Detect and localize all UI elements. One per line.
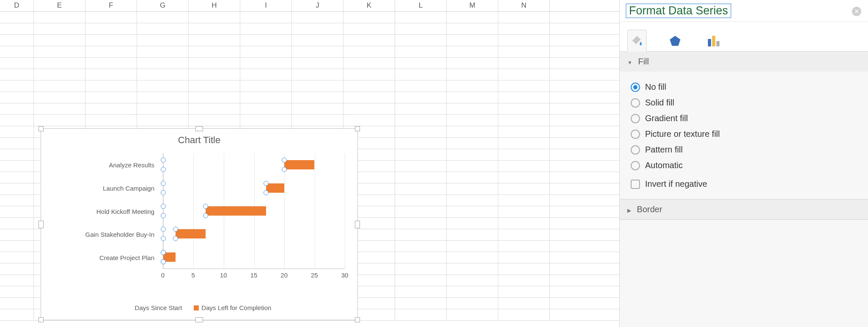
cell[interactable] <box>498 252 550 263</box>
cell[interactable] <box>343 12 395 23</box>
cell[interactable] <box>0 80 34 91</box>
cell[interactable] <box>137 115 189 126</box>
cell[interactable] <box>34 69 85 80</box>
cell[interactable] <box>189 23 240 34</box>
column-header-L[interactable]: L <box>395 0 447 11</box>
cell[interactable] <box>447 161 498 172</box>
cell[interactable] <box>85 103 137 114</box>
fill-option-gradient-fill[interactable]: Gradient fill <box>631 111 857 126</box>
resize-handle-bm[interactable] <box>195 317 203 322</box>
column-header-E[interactable]: E <box>34 0 85 11</box>
cell[interactable] <box>395 218 447 229</box>
cell[interactable] <box>85 80 137 91</box>
resize-handle-tm[interactable] <box>195 126 203 131</box>
series-selection-handle[interactable] <box>282 158 287 163</box>
cell[interactable] <box>34 23 85 34</box>
cell[interactable] <box>395 298 447 309</box>
bar-days-left[interactable] <box>284 160 314 169</box>
cell[interactable] <box>498 35 550 46</box>
cell[interactable] <box>85 35 137 46</box>
tab-effects[interactable] <box>665 30 685 52</box>
cell[interactable] <box>498 286 550 297</box>
cell[interactable] <box>0 103 34 114</box>
series-selection-handle[interactable] <box>173 227 178 232</box>
tab-fill-and-line[interactable] <box>627 30 647 52</box>
fill-option-solid-fill[interactable]: Solid fill <box>631 95 857 111</box>
column-header-H[interactable]: H <box>189 0 240 11</box>
cell[interactable] <box>395 92 447 103</box>
cell[interactable] <box>0 115 34 126</box>
tab-series-options[interactable] <box>703 30 723 52</box>
cell[interactable] <box>240 115 292 126</box>
cell[interactable] <box>34 115 85 126</box>
cell[interactable] <box>447 263 498 274</box>
series-selection-handle[interactable] <box>282 167 287 172</box>
cell[interactable] <box>34 92 85 103</box>
cell[interactable] <box>0 309 34 320</box>
cell[interactable] <box>395 138 447 149</box>
cell[interactable] <box>0 149 34 160</box>
cell[interactable] <box>498 218 550 229</box>
invert-if-negative[interactable]: Invert if negative <box>631 173 857 189</box>
cell[interactable] <box>395 309 447 320</box>
cell[interactable] <box>0 241 34 252</box>
cell[interactable] <box>498 12 550 23</box>
cell[interactable] <box>343 115 395 126</box>
cell[interactable] <box>395 195 447 206</box>
series-selection-handle[interactable] <box>203 204 208 209</box>
cell[interactable] <box>85 92 137 103</box>
cell[interactable] <box>292 23 343 34</box>
bar-days-left[interactable] <box>266 183 284 193</box>
cell[interactable] <box>0 252 34 263</box>
resize-handle-tl[interactable] <box>38 126 44 131</box>
cell[interactable] <box>189 103 240 114</box>
cell[interactable] <box>137 103 189 114</box>
section-border-header[interactable]: ▶ Border <box>620 200 868 219</box>
cell[interactable] <box>240 12 292 23</box>
cell[interactable] <box>395 23 447 34</box>
panel-title[interactable]: Format Data Series <box>626 3 731 18</box>
cell[interactable] <box>447 252 498 263</box>
cell[interactable] <box>447 138 498 149</box>
cell[interactable] <box>447 46 498 57</box>
cell[interactable] <box>0 46 34 57</box>
cell[interactable] <box>85 58 137 69</box>
cell[interactable] <box>447 275 498 286</box>
cell[interactable] <box>137 46 189 57</box>
cell[interactable] <box>240 35 292 46</box>
cell[interactable] <box>137 35 189 46</box>
series-selection-handle[interactable] <box>161 250 166 255</box>
cell[interactable] <box>34 80 85 91</box>
cell[interactable] <box>498 206 550 217</box>
cell[interactable] <box>189 115 240 126</box>
cell[interactable] <box>395 286 447 297</box>
cell[interactable] <box>343 92 395 103</box>
cell[interactable] <box>395 149 447 160</box>
cell[interactable] <box>0 206 34 217</box>
column-header-G[interactable]: G <box>137 0 189 11</box>
cell[interactable] <box>343 46 395 57</box>
cell[interactable] <box>447 103 498 114</box>
fill-option-automatic[interactable]: Automatic <box>631 158 857 173</box>
cell[interactable] <box>395 115 447 126</box>
cell[interactable] <box>498 172 550 183</box>
cell[interactable] <box>447 80 498 91</box>
cell[interactable] <box>292 80 343 91</box>
bar-days-left[interactable] <box>206 206 266 216</box>
cell[interactable] <box>34 12 85 23</box>
cell[interactable] <box>0 138 34 149</box>
cell[interactable] <box>137 69 189 80</box>
cell[interactable] <box>292 115 343 126</box>
cell[interactable] <box>498 229 550 240</box>
cell[interactable] <box>34 35 85 46</box>
series-selection-handle[interactable] <box>161 190 166 195</box>
bar-days-since-start[interactable] <box>163 160 284 169</box>
cell[interactable] <box>447 172 498 183</box>
series-selection-handle[interactable] <box>161 236 166 241</box>
cell[interactable] <box>343 35 395 46</box>
cell[interactable] <box>85 69 137 80</box>
cell[interactable] <box>395 126 447 137</box>
cell[interactable] <box>343 103 395 114</box>
chart-legend[interactable]: Days Since StartDays Left for Completion <box>41 304 357 311</box>
bar-row[interactable] <box>163 229 345 238</box>
